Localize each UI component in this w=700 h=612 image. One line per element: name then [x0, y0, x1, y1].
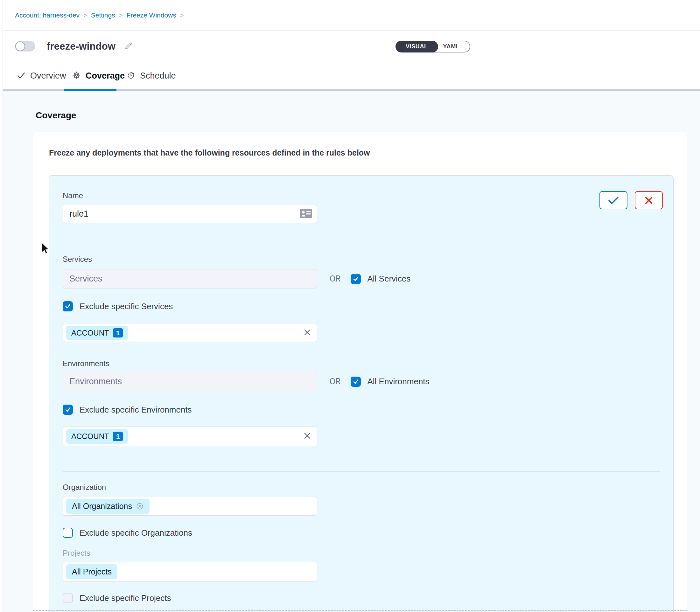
exclude-services-checkbox[interactable] [63, 301, 73, 311]
freeze-enabled-toggle[interactable] [15, 41, 35, 52]
all-environments-checkbox[interactable] [351, 377, 361, 387]
discard-x-icon [644, 196, 653, 205]
breadcrumb-separator: > [180, 12, 184, 19]
collapsed-sidebar-edge [0, 0, 3, 612]
add-rule-dashed-divider [33, 610, 687, 611]
clear-environments-icon[interactable] [303, 432, 311, 441]
breadcrumb-freeze-windows-link[interactable]: Freeze Windows [126, 12, 176, 19]
rule-divider [63, 471, 660, 472]
tab-coverage-label: Coverage [86, 71, 125, 81]
projects-multiselect[interactable]: All Projects [63, 562, 317, 582]
tab-schedule-label: Schedule [140, 71, 176, 81]
projects-label: Projects [63, 549, 91, 558]
services-label: Services [63, 255, 92, 264]
tab-coverage[interactable]: Coverage [72, 62, 125, 89]
checkbox-check-icon [353, 378, 359, 385]
checkbox-check-icon [353, 276, 359, 282]
tab-overview-label: Overview [30, 71, 66, 81]
breadcrumb-separator: > [119, 12, 123, 19]
checkbox-check-icon [65, 303, 71, 309]
exclude-organizations-checkbox[interactable] [63, 528, 73, 538]
rule-divider [63, 244, 660, 244]
environments-or-label: OR [330, 377, 341, 387]
breadcrumb: Account: harness-dev > Settings > Freeze… [15, 12, 183, 19]
services-or-label: OR [330, 274, 341, 284]
gear-icon [72, 71, 81, 81]
visual-toggle-button[interactable]: VISUAL [396, 41, 438, 53]
all-services-label: All Services [368, 274, 411, 284]
active-tab-underline [64, 89, 116, 91]
services-input [63, 269, 317, 289]
tag-text: All Projects [72, 567, 112, 576]
all-organizations-tag[interactable]: All Organizations [66, 499, 150, 514]
title-bar: freeze-window [0, 31, 700, 62]
environments-input [63, 372, 317, 391]
visual-yaml-switch: VISUAL YAML [396, 41, 470, 53]
apply-rule-button[interactable] [600, 191, 628, 209]
organization-multiselect[interactable]: All Organizations [63, 497, 317, 516]
tab-bar: Overview Coverage Schedule [0, 62, 700, 91]
checkbox-check-icon [65, 406, 71, 413]
exclude-environments-checkbox[interactable] [63, 405, 73, 415]
edit-pencil-icon[interactable] [124, 41, 133, 52]
check-icon [17, 71, 26, 81]
environments-label: Environments [63, 359, 109, 368]
tag-text: All Organizations [72, 502, 132, 511]
coverage-card: Freeze any deployments that have the fol… [33, 132, 687, 612]
exclude-projects-label: Exclude specific Projects [80, 593, 171, 603]
exclude-environments-label: Exclude specific Environments [80, 405, 192, 415]
tab-schedule[interactable]: Schedule [127, 62, 176, 89]
excluded-services-tag[interactable]: ACCOUNT 1 [66, 326, 128, 340]
schedule-clock-icon [127, 71, 135, 81]
all-environments-label: All Environments [368, 377, 429, 387]
name-id-card-icon [300, 209, 312, 220]
tag-count-badge: 1 [113, 432, 123, 441]
breadcrumb-settings-link[interactable]: Settings [91, 12, 115, 19]
exclude-services-label: Exclude specific Services [80, 302, 173, 311]
exclude-organizations-label: Exclude specific Organizations [80, 528, 192, 538]
breadcrumb-account-link[interactable]: Account: harness-dev [15, 12, 80, 19]
discard-rule-button[interactable] [635, 191, 663, 209]
all-projects-tag: All Projects [66, 564, 118, 579]
tag-scope-text: ACCOUNT [71, 432, 109, 441]
tag-scope-text: ACCOUNT [71, 329, 109, 337]
excluded-services-multiselect[interactable]: ACCOUNT 1 [63, 324, 317, 342]
breadcrumb-separator: > [83, 12, 87, 19]
name-label: Name [63, 191, 83, 200]
tab-overview[interactable]: Overview [17, 62, 66, 89]
coverage-intro-text: Freeze any deployments that have the fol… [49, 148, 370, 157]
mouse-cursor [41, 243, 52, 257]
remove-tag-icon[interactable] [136, 502, 144, 510]
freeze-window-title: freeze-window [47, 41, 115, 52]
apply-check-icon [608, 196, 619, 205]
clear-services-icon[interactable] [303, 328, 311, 337]
excluded-environments-multiselect[interactable]: ACCOUNT 1 [63, 427, 317, 446]
section-heading: Coverage [36, 110, 77, 121]
excluded-environments-tag[interactable]: ACCOUNT 1 [66, 429, 128, 443]
coverage-tab-panel: Coverage Freeze any deployments that hav… [0, 91, 700, 612]
organization-label: Organization [63, 483, 106, 492]
toggle-knob [15, 41, 25, 51]
top-bar: Account: harness-dev > Settings > Freeze… [0, 0, 700, 31]
all-services-checkbox[interactable] [351, 274, 361, 284]
rule-editor-panel: Name Services OR [49, 175, 674, 612]
tag-count-badge: 1 [113, 328, 123, 337]
rule-name-input[interactable] [63, 205, 317, 223]
exclude-projects-checkbox [63, 593, 73, 603]
